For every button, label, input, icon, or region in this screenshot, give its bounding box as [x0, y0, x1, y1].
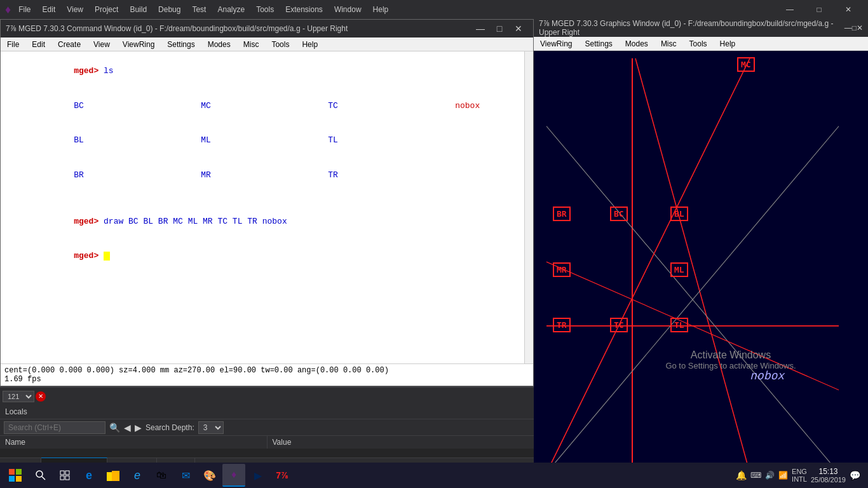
cmd-menu-viewring[interactable]: ViewRing [116, 39, 161, 50]
keyboard-icon[interactable]: ⌨ [750, 471, 761, 480]
cmd-menu-tools[interactable]: Tools [265, 39, 295, 50]
cmd-window-title: 7⅞ MGED 7.30.3 Command Window (id_0) - F… [6, 24, 348, 33]
cmd-win-controls: — □ ✕ [471, 20, 528, 37]
systray-lang[interactable]: ENG INTL [792, 468, 807, 483]
vs-menu-project[interactable]: Project [90, 4, 123, 15]
systray-clock[interactable]: 15:13 25/08/2019 [811, 467, 846, 484]
gfx-label-BL: BL [670, 207, 688, 221]
gfx-minimize-btn[interactable]: — [844, 24, 852, 32]
vs-menu-help[interactable]: Help [368, 4, 394, 15]
svg-point-11 [36, 471, 43, 477]
vs-menu-extensions[interactable]: Extensions [280, 4, 328, 15]
term-line-4: BRMRTR [4, 158, 520, 193]
vs-menu-build[interactable]: Build [125, 4, 152, 15]
vs-menu-analyze[interactable]: Analyze [212, 4, 250, 15]
vs-menu-debug[interactable]: Debug [153, 4, 186, 15]
gfx-label-MC: MC [737, 57, 755, 72]
start-button[interactable] [3, 464, 28, 487]
explorer-taskbar-app[interactable] [102, 464, 125, 487]
cmd-menu-file[interactable]: File [1, 39, 25, 50]
cmd-menu-modes[interactable]: Modes [201, 39, 237, 50]
cmd-close-btn[interactable]: ✕ [509, 20, 528, 37]
vs-close-btn[interactable]: ✕ [834, 0, 863, 19]
gfx-label-MR: MR [553, 262, 571, 277]
ie-taskbar-app[interactable]: e [126, 464, 149, 487]
close-locals-btn[interactable]: ✕ [36, 391, 46, 402]
systray-time: 15:13 [811, 467, 846, 476]
term-line-3: BLMLTL [4, 123, 520, 158]
svg-rect-10 [16, 476, 22, 482]
gfx-menu-viewring[interactable]: ViewRing [534, 38, 578, 50]
vs-taskbar-app[interactable]: ♦ [222, 464, 245, 487]
gfx-maximize-btn[interactable]: □ [852, 24, 857, 32]
task-view-btn[interactable] [53, 464, 76, 487]
gfx-label-TL: TL [670, 318, 688, 332]
windows-logo-icon [9, 469, 22, 482]
search-back-btn[interactable]: ◀ [124, 423, 131, 433]
terminal[interactable]: mged> ls BCMCTCnobox BLMLTL BRMRTR [1, 51, 524, 363]
activate-subtitle: Go to Settings to activate Windows. [661, 361, 801, 370]
zoom-select[interactable]: 121 % [3, 391, 34, 402]
vs-menu-window[interactable]: Window [329, 4, 367, 15]
search-taskbar-btn[interactable] [29, 464, 52, 487]
search-icon[interactable]: 🔍 [109, 423, 120, 433]
vs-minimize-btn[interactable]: — [775, 0, 804, 19]
gfx-menu-misc[interactable]: Misc [654, 38, 683, 50]
vs-titlebar: ♦ File Edit View Project Build Debug Tes… [0, 0, 868, 19]
gfx-win-controls: — □ ✕ [844, 24, 863, 32]
gfx-close-btn[interactable]: ✕ [857, 24, 863, 32]
gfx-menu-settings[interactable]: Settings [578, 38, 618, 50]
vs-logo: ♦ [5, 3, 11, 17]
cmd-menu-misc[interactable]: Misc [237, 39, 266, 50]
gfx-menu-tools[interactable]: Tools [683, 38, 714, 50]
cmd-menu-help[interactable]: Help [295, 39, 324, 50]
cmd-menu-edit[interactable]: Edit [25, 39, 51, 50]
vs-menu-test[interactable]: Test [187, 4, 211, 15]
notification-icon[interactable]: 🔔 [736, 470, 747, 480]
paint-taskbar-app[interactable]: 🎨 [198, 464, 221, 487]
mail-taskbar-app[interactable]: ✉ [174, 464, 197, 487]
cmd-menu-settings[interactable]: Settings [161, 39, 201, 50]
taskbar: e e 🛍 ✉ 🎨 ♦ ▶ 7⅞ 🔔 ⌨ 🔊 📶 ENG INTL 15:13 … [0, 463, 868, 488]
gfx-label-nobox: nobox [750, 369, 784, 382]
terminal-taskbar-app[interactable]: ▶ [247, 464, 269, 487]
svg-rect-18 [112, 471, 119, 481]
cmd-maximize-btn[interactable]: □ [490, 20, 509, 37]
search-forward-btn[interactable]: ▶ [135, 423, 142, 433]
gfx-menu-modes[interactable]: Modes [619, 38, 654, 50]
vs-win-controls: — □ ✕ [775, 0, 863, 19]
action-center-icon[interactable]: 💬 [850, 470, 860, 480]
svg-rect-9 [9, 476, 15, 482]
vs-menu-file[interactable]: File [13, 4, 36, 15]
mged-taskbar-app[interactable]: 7⅞ [271, 464, 294, 487]
search-input[interactable] [4, 421, 105, 434]
cmd-scrollbar[interactable] [524, 51, 533, 363]
task-view-icon [60, 470, 70, 480]
svg-rect-16 [65, 476, 69, 480]
activate-title: Activate Windows [661, 349, 801, 361]
gfx-label-BC: BC [610, 207, 628, 221]
vs-menu-view[interactable]: View [62, 4, 88, 15]
search-depth-select[interactable]: 3 [198, 421, 224, 434]
cmd-inner: mged> ls BCMCTCnobox BLMLTL BRMRTR [1, 51, 533, 363]
volume-icon[interactable]: 🔊 [765, 471, 775, 480]
vs-maximize-btn[interactable]: □ [804, 0, 834, 19]
vs-menu-tools[interactable]: Tools [251, 4, 279, 15]
bottom-toolbar: 121 % ✕ [0, 387, 534, 405]
edge-taskbar-app[interactable]: e [78, 464, 100, 487]
graphics-canvas[interactable]: MC BR BC BL MR ML TR TC TL nobox Activat… [534, 51, 868, 488]
cmd-menu-create[interactable]: Create [51, 39, 87, 50]
gfx-menu-help[interactable]: Help [714, 38, 742, 50]
gfx-title: 7⅞ MGED 7.30.3 Graphics Window (id_0) - … [539, 19, 844, 37]
vs-menu-edit[interactable]: Edit [37, 4, 61, 15]
network-icon[interactable]: 📶 [778, 471, 788, 480]
svg-line-12 [42, 477, 45, 480]
cmd-minimize-btn[interactable]: — [471, 20, 490, 37]
term-line-6: mged> [4, 239, 520, 274]
svg-rect-15 [60, 476, 64, 480]
cmd-statusbar: cent=(0.000 0.000 0.000) sz=4.000 mm az=… [1, 363, 533, 386]
locals-body [0, 449, 534, 458]
systray-date: 25/08/2019 [811, 476, 846, 484]
cmd-menu-view[interactable]: View [87, 39, 116, 50]
store-taskbar-app[interactable]: 🛍 [150, 464, 173, 487]
